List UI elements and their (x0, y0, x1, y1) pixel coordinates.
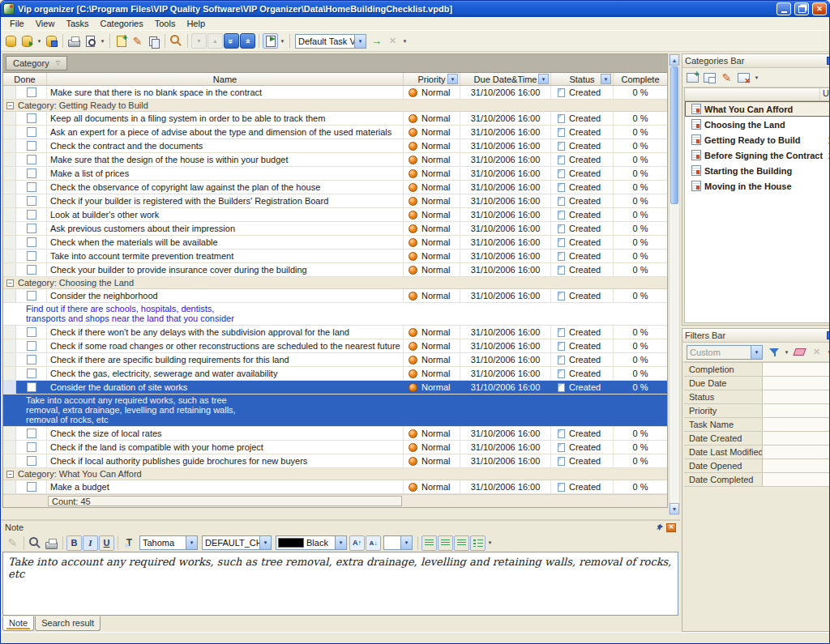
task-row[interactable]: Check the gas, electricity, sewerage and… (3, 367, 667, 381)
category-group-row[interactable]: −Category: What You Can Afford (3, 468, 667, 480)
category-item[interactable]: Moving in the House44 (685, 178, 829, 194)
categories-restore-icon[interactable] (827, 57, 829, 65)
task-row[interactable]: Check the size of local ratesNormal31/10… (3, 427, 667, 441)
done-checkbox[interactable] (27, 87, 36, 97)
filter-value-field[interactable] (762, 459, 829, 472)
priority-filter-icon[interactable] (447, 74, 458, 84)
find-tasks-icon[interactable] (169, 33, 184, 49)
print-note-icon[interactable] (44, 535, 59, 551)
apply-view-icon[interactable] (369, 33, 384, 49)
align-center-icon[interactable] (438, 535, 453, 551)
done-checkbox[interactable] (27, 168, 36, 178)
font-face-icon[interactable] (122, 535, 137, 551)
restore-button[interactable] (794, 2, 809, 15)
done-checkbox[interactable] (27, 482, 36, 492)
menu-view[interactable]: View (30, 18, 61, 29)
filter-row[interactable]: Date Completed (684, 473, 829, 487)
menu-arrow-icon[interactable] (99, 33, 106, 49)
combo-dropdown-icon[interactable] (186, 536, 197, 549)
filter-row[interactable]: Task Name (684, 418, 829, 432)
filters-restore-icon[interactable] (827, 331, 829, 339)
menu-arrow-icon[interactable] (486, 535, 494, 551)
edit-task-icon[interactable] (130, 33, 145, 49)
done-checkbox[interactable] (27, 442, 36, 452)
filter-value-field[interactable] (762, 432, 829, 445)
zoom-note-icon[interactable] (28, 535, 43, 551)
task-row[interactable]: Check your builder to provide insurance … (3, 263, 667, 277)
task-row[interactable]: Make a list of pricesNormal31/10/2006 16… (3, 167, 667, 181)
scroll-up-icon[interactable]: ▲ (670, 54, 679, 66)
column-header-priority[interactable]: Priority (404, 73, 460, 85)
task-row[interactable]: Check the contract and the documentsNorm… (3, 139, 667, 153)
done-checkbox[interactable] (27, 127, 36, 137)
apply-filter-icon[interactable] (766, 344, 781, 360)
group-by-category-button[interactable]: Category ▽ (6, 56, 67, 70)
done-checkbox[interactable] (27, 237, 36, 247)
pin-icon[interactable] (655, 523, 664, 532)
category-item[interactable]: What You Can Afford66 (685, 101, 829, 117)
task-row[interactable]: Check if your builder is registered with… (3, 194, 667, 208)
task-row[interactable]: Take into account termite prevention tre… (3, 249, 667, 263)
filter-value-field[interactable] (762, 446, 829, 458)
new-task-icon[interactable] (113, 33, 129, 49)
menu-help[interactable]: Help (181, 18, 211, 29)
done-checkbox[interactable] (27, 369, 36, 378)
collapse-icon[interactable]: − (6, 102, 14, 109)
done-checkbox[interactable] (27, 456, 36, 466)
task-row[interactable]: Check when the materials will be availab… (3, 236, 667, 249)
vertical-scrollbar[interactable]: ▲ ▼ (669, 53, 680, 515)
combo-dropdown-icon[interactable] (400, 536, 412, 549)
category-item[interactable]: Starting the Building44 (685, 163, 829, 178)
due-filter-icon[interactable] (538, 74, 549, 84)
menu-arrow-icon[interactable] (279, 33, 286, 49)
new-database-icon[interactable] (3, 33, 19, 49)
menu-tools[interactable]: Tools (149, 18, 182, 29)
filter-row[interactable]: Completion (684, 363, 829, 377)
filter-row[interactable]: Date Last Modified (684, 446, 829, 459)
add-subcategory-icon[interactable] (702, 70, 717, 85)
task-row[interactable]: Check if there won't be any delays with … (3, 326, 667, 339)
save-database-icon[interactable] (44, 33, 59, 49)
done-checkbox[interactable] (27, 113, 36, 123)
print-preview-icon[interactable] (83, 33, 98, 49)
done-checkbox[interactable] (27, 141, 36, 151)
category-group-row[interactable]: −Category: Getting Ready to Build (3, 100, 667, 112)
done-checkbox[interactable] (27, 182, 36, 192)
close-button[interactable]: ✕ (812, 2, 827, 15)
done-checkbox[interactable] (27, 382, 36, 392)
task-row[interactable]: Make sure that there is no blank space i… (3, 86, 667, 100)
combo-dropdown-icon[interactable] (354, 35, 366, 48)
filter-row[interactable]: Priority (684, 404, 829, 418)
filter-value-field[interactable] (762, 473, 829, 486)
view-selector-combo[interactable]: Default Task V (295, 34, 366, 49)
font-shrink-icon[interactable] (366, 535, 381, 551)
font-combo[interactable]: Tahoma (139, 535, 198, 550)
menu-arrow-icon[interactable] (36, 33, 43, 49)
done-checkbox[interactable] (27, 196, 36, 206)
done-checkbox[interactable] (27, 341, 36, 351)
menu-arrow-icon[interactable] (783, 344, 790, 360)
task-row[interactable]: Ask an expert for a piece of advise abou… (3, 126, 667, 139)
category-item[interactable]: Before Signing the Contract1010 (685, 147, 829, 163)
task-row[interactable]: Consider the neighborhoodNormal31/10/200… (3, 289, 667, 303)
scroll-down-icon[interactable]: ▼ (670, 503, 679, 514)
menu-arrow-icon[interactable] (753, 70, 760, 85)
duplicate-task-icon[interactable] (146, 33, 161, 49)
done-checkbox[interactable] (27, 429, 36, 438)
categories-name-header[interactable] (685, 88, 820, 100)
edit-category-icon[interactable] (719, 70, 734, 85)
note-editor[interactable]: Take into account any required works, su… (2, 552, 678, 616)
task-row[interactable]: Make sure that the design of the house i… (3, 153, 667, 167)
scrollbar-track[interactable] (670, 205, 679, 503)
task-note-row[interactable]: Find out if there are schools, hospitals… (3, 303, 667, 326)
filter-row[interactable]: Status (684, 390, 829, 404)
task-row[interactable]: Check the observance of copyright law ag… (3, 181, 667, 194)
expand-all-icon[interactable] (224, 33, 239, 49)
task-row[interactable]: Check if the land is compatible with you… (3, 441, 667, 454)
menu-arrow-icon[interactable] (401, 33, 409, 49)
task-row[interactable]: Consider the duration of site worksNorma… (3, 381, 667, 395)
task-row[interactable]: Look at builder's other workNormal31/10/… (3, 208, 667, 222)
column-header-due[interactable]: Due Date&Time (460, 73, 551, 85)
task-row[interactable]: Keep all documents in a filing system in… (3, 112, 667, 126)
uncompleted-column-header[interactable]: Un... (820, 88, 829, 100)
